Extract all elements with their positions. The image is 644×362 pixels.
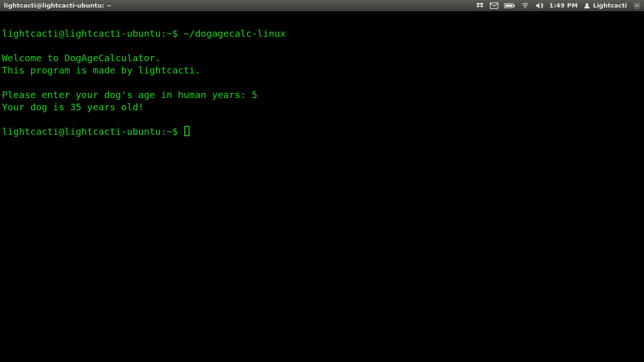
- terminal-output: Welcome to DogAgeCalculator.: [2, 52, 161, 64]
- user-name: Lightcacti: [593, 2, 627, 9]
- terminal-line: Please enter your dog's age in human yea…: [2, 89, 257, 100]
- terminal-line: [2, 114, 8, 125]
- window-title: lightcacti@lightcacti-ubuntu: ~: [4, 2, 112, 9]
- shell-command: ~/dogagecalc-linux: [183, 28, 286, 39]
- cursor: [184, 126, 190, 136]
- user-input: 5: [252, 89, 257, 100]
- clock[interactable]: 1:49 PM: [549, 2, 578, 9]
- menu-bar: lightcacti@lightcacti-ubuntu: ~: [0, 0, 644, 11]
- shell-prompt: lightcacti@lightcacti-ubuntu:~$: [2, 28, 183, 39]
- svg-point-6: [636, 4, 638, 6]
- svg-rect-2: [513, 4, 515, 6]
- terminal-line: [2, 40, 8, 51]
- battery-icon[interactable]: [504, 1, 515, 10]
- wifi-icon[interactable]: [521, 1, 529, 10]
- program-prompt: Please enter your dog's age in human yea…: [2, 89, 252, 100]
- terminal-line: lightcacti@lightcacti-ubuntu:~$: [2, 126, 190, 137]
- terminal-output: This program is made by lightcacti.: [2, 65, 200, 76]
- settings-gear-icon[interactable]: [633, 1, 641, 10]
- terminal-line: [2, 77, 8, 88]
- user-menu[interactable]: Lightcacti: [584, 2, 627, 9]
- terminal-output: Your dog is 35 years old!: [2, 101, 144, 113]
- svg-rect-3: [505, 4, 512, 7]
- dropbox-icon[interactable]: [476, 1, 484, 10]
- terminal-line: lightcacti@lightcacti-ubuntu:~$ ~/dogage…: [2, 28, 286, 39]
- mail-icon[interactable]: [490, 1, 498, 10]
- svg-point-4: [525, 8, 526, 8]
- terminal[interactable]: lightcacti@lightcacti-ubuntu:~$ ~/dogage…: [0, 11, 644, 362]
- svg-point-5: [586, 3, 588, 6]
- volume-icon[interactable]: [535, 1, 544, 10]
- user-icon: [584, 2, 590, 9]
- shell-prompt: lightcacti@lightcacti-ubuntu:~$: [2, 126, 183, 137]
- system-tray: 1:49 PM Lightcacti: [476, 1, 641, 10]
